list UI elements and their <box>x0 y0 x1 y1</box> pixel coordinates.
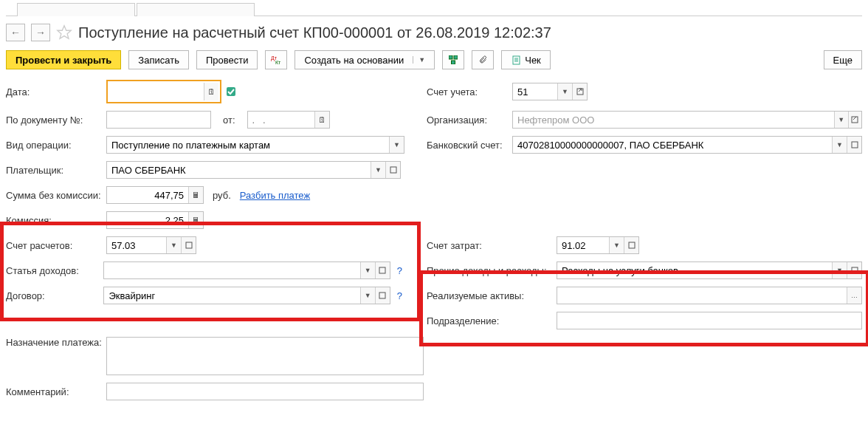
comment-label: Комментарий: <box>6 386 102 397</box>
open-button[interactable] <box>572 83 587 100</box>
calculator-button[interactable]: 🖩 <box>188 212 203 228</box>
dropdown-button[interactable]: ▼ <box>834 112 847 128</box>
dropdown-button[interactable]: ▼ <box>832 137 847 153</box>
op-type-input[interactable] <box>107 137 389 153</box>
date-input[interactable] <box>109 83 204 99</box>
split-payment-link[interactable]: Разбить платеж <box>240 190 310 201</box>
dropdown-button[interactable]: ▼ <box>557 83 572 100</box>
other-pl-input[interactable] <box>557 262 832 278</box>
favorite-icon[interactable] <box>56 24 72 41</box>
cost-account-input[interactable] <box>557 237 609 253</box>
toolbar: Провести и закрыть Записать Провести ДтК… <box>6 50 862 69</box>
paperclip-icon <box>478 55 488 65</box>
income-item-input[interactable] <box>104 262 359 278</box>
open-button[interactable] <box>847 137 861 153</box>
cost-account-label: Счет затрат: <box>427 240 552 251</box>
purpose-textarea[interactable] <box>106 337 424 375</box>
dropdown-button[interactable]: ▼ <box>360 287 375 304</box>
write-button[interactable]: Записать <box>128 50 189 69</box>
date-highlight: 🗓 <box>106 80 221 103</box>
tab-stub[interactable] <box>17 3 135 16</box>
svg-rect-16 <box>379 293 385 298</box>
svg-rect-14 <box>379 267 385 273</box>
dropdown-button[interactable]: ▼ <box>166 237 181 253</box>
dept-label: Подразделение: <box>427 315 552 326</box>
dropdown-button[interactable]: ▼ <box>609 237 624 253</box>
svg-rect-4 <box>454 55 458 59</box>
linked-docs-icon <box>448 55 458 65</box>
calendar-button[interactable]: 🗓 <box>204 83 218 100</box>
check-label: Чек <box>525 55 541 66</box>
contract-label: Договор: <box>6 290 99 301</box>
select-button[interactable]: … <box>847 287 861 304</box>
open-button[interactable] <box>385 162 400 178</box>
other-pl-label: Прочие доходы и расходы: <box>427 265 552 276</box>
income-item-label: Статья доходов: <box>6 265 99 276</box>
more-button[interactable]: Еще <box>824 50 862 69</box>
check-button[interactable]: Чек <box>501 50 551 69</box>
date-label: Дата: <box>6 86 102 98</box>
svg-rect-9 <box>852 117 858 123</box>
create-on-basis-button[interactable]: Создать на основании ▼ <box>294 50 435 69</box>
svg-rect-3 <box>449 55 452 59</box>
help-icon[interactable]: ? <box>395 290 404 301</box>
svg-rect-12 <box>186 242 192 248</box>
svg-rect-10 <box>852 142 858 148</box>
svg-marker-0 <box>58 26 71 38</box>
comment-input[interactable] <box>107 383 423 400</box>
status-icon <box>226 86 236 97</box>
dropdown-button[interactable]: ▼ <box>360 262 375 278</box>
dtkt-icon: ДтКт <box>271 55 281 65</box>
dropdown-button[interactable]: ▼ <box>371 162 385 178</box>
open-button[interactable] <box>375 287 390 304</box>
fee-label: Комиссия: <box>6 215 102 226</box>
calendar-button[interactable]: 🗓 <box>314 112 329 128</box>
assets-input[interactable] <box>557 287 847 304</box>
svg-rect-11 <box>390 167 396 173</box>
post-button[interactable]: Провести <box>196 50 258 69</box>
open-button[interactable] <box>847 262 861 278</box>
payer-input[interactable] <box>107 162 371 178</box>
purpose-label: Назначение платежа: <box>6 337 102 348</box>
attach-button[interactable] <box>472 50 494 69</box>
calculator-button[interactable]: 🖩 <box>188 187 203 203</box>
open-button[interactable] <box>375 262 390 278</box>
open-button[interactable] <box>181 237 196 253</box>
sum-no-fee-label: Сумма без комиссии: <box>6 190 102 201</box>
chevron-down-icon: ▼ <box>413 56 425 64</box>
calc-account-label: Счет расчетов: <box>6 240 102 251</box>
dropdown-button[interactable]: ▼ <box>389 137 404 153</box>
account-label: Счет учета: <box>427 86 508 98</box>
bank-acc-input[interactable] <box>513 137 832 153</box>
from-date-input[interactable] <box>248 112 314 128</box>
open-button[interactable] <box>848 112 861 128</box>
open-button[interactable] <box>624 237 638 253</box>
bank-acc-label: Банковский счет: <box>427 140 508 151</box>
calc-account-input[interactable] <box>107 237 166 253</box>
doc-no-input[interactable] <box>107 112 210 128</box>
page-title: Поступление на расчетный счет КП00-00000… <box>78 24 551 41</box>
org-input[interactable] <box>513 112 834 128</box>
annotation-highlight <box>419 270 868 346</box>
org-label: Организация: <box>427 114 508 126</box>
dtkt-button[interactable]: ДтКт <box>265 50 287 69</box>
currency-label: руб. <box>208 190 235 201</box>
dept-input[interactable] <box>557 312 861 329</box>
dropdown-button[interactable]: ▼ <box>832 262 847 278</box>
receipt-icon <box>511 55 521 65</box>
contract-input[interactable] <box>104 287 359 304</box>
fee-input[interactable] <box>107 212 188 228</box>
from-label: от: <box>216 114 243 126</box>
account-input[interactable] <box>513 83 557 100</box>
help-icon[interactable]: ? <box>395 265 404 276</box>
sum-no-fee-input[interactable] <box>107 187 188 203</box>
svg-rect-8 <box>577 89 583 95</box>
show-linked-button[interactable] <box>442 50 464 69</box>
forward-button[interactable]: → <box>31 24 50 41</box>
tab-bar <box>6 3 862 16</box>
assets-label: Реализуемые активы: <box>427 290 552 301</box>
back-button[interactable]: ← <box>6 24 25 41</box>
svg-rect-5 <box>452 61 455 64</box>
post-and-close-button[interactable]: Провести и закрыть <box>6 50 121 69</box>
tab-stub[interactable] <box>137 3 255 16</box>
